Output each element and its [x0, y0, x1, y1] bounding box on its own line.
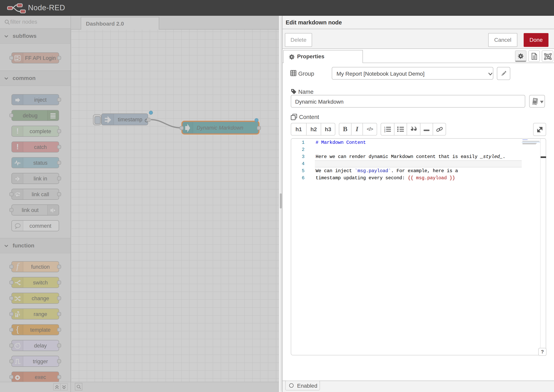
svg-text:3: 3 — [384, 130, 385, 132]
